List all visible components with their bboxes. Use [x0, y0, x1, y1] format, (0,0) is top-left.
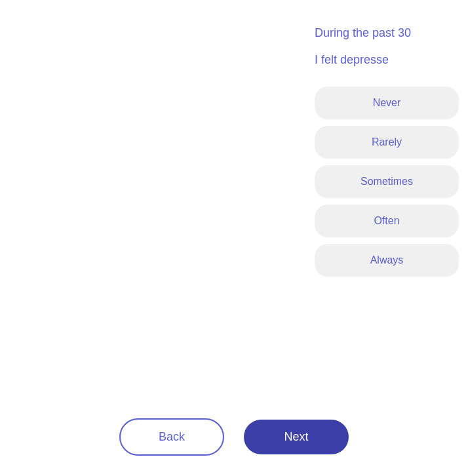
content-area: During the past 30 I felt depresse Never… — [0, 0, 468, 410]
option-always[interactable]: Always — [315, 244, 459, 277]
footer-area: Back Next — [0, 410, 468, 476]
option-rarely[interactable]: Rarely — [315, 126, 459, 159]
option-often[interactable]: Often — [315, 205, 459, 237]
right-panel: During the past 30 I felt depresse Never… — [315, 0, 468, 410]
page-container: During the past 30 I felt depresse Never… — [0, 0, 468, 476]
next-button[interactable]: Next — [244, 420, 349, 454]
back-button[interactable]: Back — [119, 418, 224, 456]
options-list: Never Rarely Sometimes Often Always — [315, 87, 459, 277]
period-header: During the past 30 — [315, 13, 411, 40]
left-panel — [0, 0, 315, 410]
question-subtitle: I felt depresse — [315, 53, 389, 67]
option-never[interactable]: Never — [315, 87, 459, 119]
option-sometimes[interactable]: Sometimes — [315, 165, 459, 198]
